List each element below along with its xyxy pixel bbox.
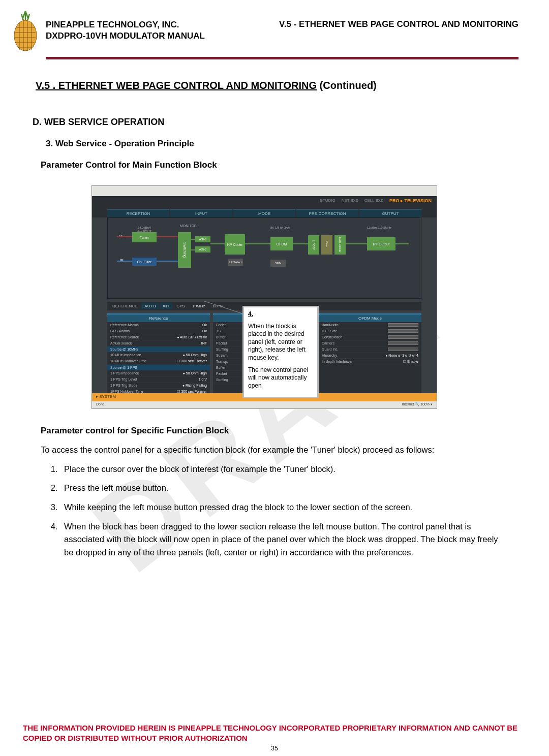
page-header: PINEAPPLE TECHNOLOGY, INC. DXDPRO-10VH M… <box>10 10 518 53</box>
row-label: Reference Alarms <box>110 323 139 327</box>
row-value: Ok <box>202 323 207 327</box>
panel-reference: Reference Reference AlarmsOk GPS AlarmsO… <box>107 313 210 395</box>
window-titlebar <box>92 186 437 196</box>
rfout-info: -12dBm 219.5MHz <box>365 225 392 230</box>
carriers-dropdown[interactable] <box>388 341 418 345</box>
wire <box>117 261 132 262</box>
linear-block[interactable]: Linear <box>308 235 319 255</box>
row-radio-group[interactable]: 50 Ohm High <box>183 353 207 357</box>
row-label: Bandwidth <box>322 323 339 327</box>
callout-number: 4. <box>248 310 253 318</box>
ofdm-block[interactable]: OFDM <box>270 237 293 250</box>
status-zoom[interactable]: Internet 🔍 100% ▾ <box>402 402 433 407</box>
chfilter-block[interactable]: Ch. Filter <box>132 258 157 266</box>
wire <box>245 243 270 244</box>
subhead-1pps: Source @ 1 PPS <box>107 365 210 370</box>
ifft-dropdown[interactable] <box>388 329 418 333</box>
heading-3: 3. Web Service - Operation Principle <box>46 139 518 149</box>
heading-specific: Parameter control for Specific Function … <box>41 424 503 437</box>
ref-label: REFERENCE <box>109 303 140 309</box>
cellid-label: CELL-ID:0 <box>364 198 383 203</box>
ref-gps[interactable]: GPS <box>173 303 188 309</box>
corr-block[interactable]: Corr. <box>321 235 332 255</box>
wire <box>210 243 225 244</box>
tab-reception[interactable]: RECEPTION <box>107 209 169 217</box>
row-value-input[interactable]: 300 sec Forever <box>177 359 207 363</box>
ref-int[interactable]: INT <box>160 303 172 309</box>
intro-text: To access the control panel for a specif… <box>41 444 503 457</box>
sfn-block[interactable]: SFN <box>270 260 286 267</box>
row-label: GPS Alarms <box>110 329 130 333</box>
company-name: PINEAPPLE TECHNOLOGY, INC. <box>46 19 205 30</box>
netid-label: NET-ID:0 <box>342 198 358 203</box>
row-label: 1 PPS Trig Level <box>110 377 137 381</box>
panel-head-ofdm: OFDM Mode <box>319 314 421 322</box>
constellation-dropdown[interactable] <box>388 335 418 339</box>
lp-select[interactable]: LP Select <box>228 259 243 266</box>
step-1: Place the cursor over the block of inter… <box>60 463 503 476</box>
panel-ofdm: OFDM Mode Bandwidth IFFT Size Constellat… <box>319 313 421 395</box>
studio-label: STUDIO <box>320 198 335 203</box>
row-value: Ok <box>202 329 207 333</box>
row-label: 1 PPS Impedance <box>110 371 139 375</box>
vendor-logo: PRO ▸ TELEVISION <box>389 198 432 203</box>
callout-box: 4. When the block is placed in the desir… <box>242 306 319 398</box>
switching-block[interactable]: Switching <box>178 232 191 268</box>
page-title: V.5 . ETHERNET WEB PAGE CONTROL AND MONI… <box>36 80 518 91</box>
ofdm-info: 8K 1/8 64QAM <box>269 225 291 230</box>
callout-text-1: When the block is placed in the desired … <box>248 323 313 362</box>
hierarchy-radios[interactable]: None α=1 α=2 α=4 <box>385 354 418 357</box>
row-label: 1 PPS Trig Slope <box>110 384 137 387</box>
header-rule <box>46 57 518 59</box>
row-label: In-depth Interleaver <box>322 360 353 364</box>
tuner-block[interactable]: Tuner <box>132 232 157 242</box>
asi1-block[interactable]: ASI-1 <box>195 236 210 242</box>
row-label: IFFT Size <box>322 329 337 333</box>
block-diagram: 54.0dBuV 219.5MHz RF IF Tuner Ch. Filter… <box>107 217 421 299</box>
step-2: Press the left mouse button. <box>60 482 503 495</box>
row-label: Actual source <box>110 341 132 345</box>
step-3: While keeping the left mouse button pres… <box>60 501 503 514</box>
tab-mode[interactable]: MODE <box>233 209 295 217</box>
guard-dropdown[interactable] <box>388 348 418 351</box>
coder-block[interactable]: HP Coder <box>225 234 245 255</box>
proprietary-footer: THE INFORMATION PROVIDED HEREIN IS PINEA… <box>23 723 518 743</box>
rfout-block[interactable]: RF Output <box>367 237 395 250</box>
page-number: 35 <box>0 745 549 752</box>
row-label: Reference Source <box>110 335 139 339</box>
row-value-input[interactable]: 1.0 V <box>199 377 207 381</box>
product-name: DXDPRO-10VH MODULATOR MANUAL <box>46 30 205 42</box>
heading-d: D. WEB SERVICE OPERATION <box>33 117 518 128</box>
wire <box>157 236 178 237</box>
row-radio-group[interactable]: 50 Ohm High <box>183 371 207 375</box>
wire <box>191 239 195 240</box>
nonlinear-block[interactable]: Non-Linear <box>334 235 346 255</box>
top-info-bar: STUDIO NET-ID:0 CELL-ID:0 PRO ▸ TELEVISI… <box>92 196 437 205</box>
row-radio-group[interactable]: Rising Falling <box>182 384 207 387</box>
wire <box>157 261 178 262</box>
callout-text-2: The new control panel will now automatic… <box>248 366 313 390</box>
row-radio-group[interactable]: Auto GPS Ext Int <box>177 335 207 339</box>
row-label: Hierarchy <box>322 354 337 357</box>
wire <box>395 243 409 244</box>
ref-auto[interactable]: AUTO <box>141 303 159 309</box>
tab-output[interactable]: OUTPUT <box>359 209 421 217</box>
interleaver-checkbox[interactable]: Enable <box>403 360 418 364</box>
row-label: Guard Int. <box>322 348 338 351</box>
row-label: 10 MHz Holdover Time <box>110 359 146 363</box>
section-label: V.5 - ETHERNET WEB PAGE CONTROL AND MONI… <box>279 19 518 42</box>
panel-head-reference: Reference <box>107 314 210 322</box>
step-4: When the block has been dragged to the l… <box>60 520 503 559</box>
heading-param: Parameter Control for Main Function Bloc… <box>41 160 518 170</box>
wire <box>117 236 132 237</box>
wire <box>293 243 308 244</box>
app-screenshot: STUDIO NET-ID:0 CELL-ID:0 PRO ▸ TELEVISI… <box>92 185 437 409</box>
asi2-block[interactable]: ASI-2 <box>195 246 210 253</box>
wire <box>191 249 195 250</box>
ref-10mhz[interactable]: 10MHz <box>189 303 208 309</box>
tab-input[interactable]: INPUT <box>170 209 232 217</box>
svg-point-0 <box>14 20 37 51</box>
row-label: Constellation <box>322 335 342 339</box>
bandwidth-dropdown[interactable] <box>388 323 418 327</box>
tab-precorrection[interactable]: PRE-CORRECTION <box>296 209 358 217</box>
